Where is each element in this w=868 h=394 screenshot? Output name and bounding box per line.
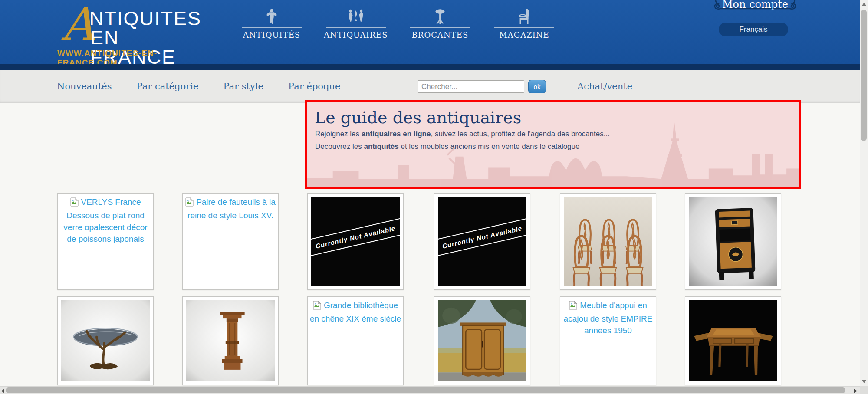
nav-item-magazine[interactable]: MAGAZINE xyxy=(491,8,557,39)
nav-item-label: MAGAZINE xyxy=(499,30,549,39)
vertical-scrollbar[interactable] xyxy=(860,0,868,386)
top-header: A NTIQUITES EN FRANCE WWW.ANTIQUITES-EN-… xyxy=(0,0,860,64)
scroll-down-arrow-icon[interactable] xyxy=(862,380,866,383)
armchair-icon xyxy=(517,8,532,25)
nav-item-antiquites[interactable]: ANTIQUITÉS xyxy=(239,8,305,39)
secondary-nav: Nouveautés Par catégorie Par style Par é… xyxy=(0,70,860,103)
nav-item-antiquaires[interactable]: ANTIQUAIRES xyxy=(323,8,389,39)
nav-item-label: ANTIQUAIRES xyxy=(324,30,388,39)
logo-title-line1: NTIQUITES xyxy=(89,9,201,28)
antiquites-en-france-page: A NTIQUITES EN FRANCE WWW.ANTIQUITES-EN-… xyxy=(0,0,868,394)
account-label: Mon compte xyxy=(711,0,799,10)
guide-banner: Le guide des antiquaires Rejoignez les a… xyxy=(305,100,801,189)
category-links: Nouveautés Par catégorie Par style Par é… xyxy=(57,70,340,103)
nav-item-brocantes[interactable]: BROCANTES xyxy=(407,8,473,39)
search-bar: ok xyxy=(418,80,546,93)
image-alt-text: Meuble d'appui en acajou de style EMPIRE… xyxy=(560,297,656,336)
nav-divider-line xyxy=(242,27,302,28)
account-menu[interactable]: Mon compte xyxy=(711,0,799,17)
link-nouveautes[interactable]: Nouveautés xyxy=(57,81,112,92)
unavailable-stamp: Currently Not Available xyxy=(311,217,400,256)
site-logo[interactable]: A NTIQUITES EN FRANCE WWW.ANTIQUITES-EN-… xyxy=(56,3,199,62)
main-nav: ANTIQUITÉS ANTIQUAIRES xyxy=(239,8,557,39)
link-par-style[interactable]: Par style xyxy=(223,81,263,92)
wooden-pedestal-column-photo xyxy=(186,300,275,381)
broken-image-icon xyxy=(185,197,194,210)
scrollbar-corner xyxy=(860,386,868,394)
nav-divider-line xyxy=(494,27,554,28)
image-alt-text: VERLYS France Dessous de plat rond verre… xyxy=(58,194,153,245)
header-bottom-strip xyxy=(0,64,860,70)
product-tile-unavailable-2[interactable]: Currently Not Available xyxy=(434,193,530,290)
product-tile-meuble-appui[interactable]: Meuble d'appui en acajou de style EMPIRE… xyxy=(560,296,656,385)
armoire-painted-backdrop-photo xyxy=(438,300,526,381)
nav-item-label: ANTIQUITÉS xyxy=(243,30,300,39)
language-button[interactable]: Français xyxy=(719,23,788,36)
product-tile-writing-table[interactable] xyxy=(685,296,781,385)
sconces-icon xyxy=(346,8,366,25)
two-tone-cabinet-photo xyxy=(689,197,777,286)
image-alt-text: Paire de fauteuils à la reine de style L… xyxy=(183,194,278,221)
image-alt-text: Grande bibliothèque en chêne XIX ème siè… xyxy=(308,297,403,325)
link-par-epoque[interactable]: Par époque xyxy=(288,81,340,92)
nav-item-label: BROCANTES xyxy=(412,30,469,39)
product-tile-fauteuils-louis-xv[interactable]: Paire de fauteuils à la reine de style L… xyxy=(182,193,279,290)
writing-table-black-background-photo xyxy=(689,300,777,381)
horizontal-scrollbar[interactable] xyxy=(0,386,860,394)
scroll-up-arrow-icon[interactable] xyxy=(862,3,866,6)
scroll-left-arrow-icon[interactable] xyxy=(1,389,4,393)
broken-image-icon xyxy=(569,301,577,313)
pedestal-table-icon xyxy=(432,8,448,25)
product-tile-armoire[interactable] xyxy=(434,296,530,385)
product-tile-unavailable-1[interactable]: Currently Not Available xyxy=(307,193,404,290)
banner-title: Le guide des antiquaires xyxy=(315,108,799,127)
search-input[interactable] xyxy=(418,80,524,93)
cherub-icon xyxy=(264,8,279,25)
six-carved-chairs-photo xyxy=(564,197,652,286)
vertical-scrollbar-thumb[interactable] xyxy=(861,10,867,141)
glass-top-branch-table-photo xyxy=(61,300,150,381)
banner-line1: Rejoignez les antiquaires en ligne, suiv… xyxy=(315,128,799,140)
product-tile-pedestal-column[interactable] xyxy=(182,296,279,385)
product-tile-six-chairs[interactable] xyxy=(560,193,656,290)
link-achat-vente[interactable]: Achat/vente xyxy=(577,81,632,92)
unavailable-image: Currently Not Available xyxy=(438,197,526,286)
unavailable-image: Currently Not Available xyxy=(311,197,400,286)
nav-divider-line xyxy=(410,27,470,28)
product-tile-verlys-plat[interactable]: VERLYS France Dessous de plat rond verre… xyxy=(57,193,154,290)
banner-line2: Découvrez les antiquités et les meubles … xyxy=(315,141,799,152)
search-ok-button[interactable]: ok xyxy=(528,80,546,93)
horizontal-scrollbar-thumb[interactable] xyxy=(6,387,845,393)
product-tile-branch-table[interactable] xyxy=(57,296,154,385)
broken-image-icon xyxy=(313,301,321,313)
link-par-categorie[interactable]: Par catégorie xyxy=(137,81,199,92)
unavailable-stamp: Currently Not Available xyxy=(438,217,526,256)
broken-image-icon xyxy=(70,197,79,210)
scroll-right-arrow-icon[interactable] xyxy=(854,389,857,393)
product-tile-grande-bibliotheque[interactable]: Grande bibliothèque en chêne XIX ème siè… xyxy=(307,296,404,385)
product-tile-two-tone-cabinet[interactable] xyxy=(685,193,781,290)
nav-divider-line xyxy=(326,27,386,28)
